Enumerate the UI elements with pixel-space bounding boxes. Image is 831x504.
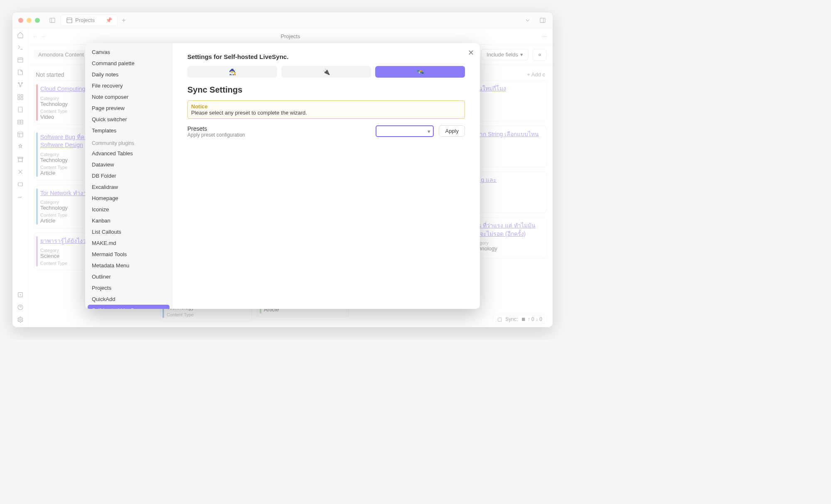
settings-title: Settings for Self-hosted LiveSync. — [187, 53, 465, 60]
settings-content: ✕ Settings for Self-hosted LiveSync. 🧙‍♂… — [172, 43, 480, 309]
settings-item[interactable]: Page preview — [88, 103, 170, 114]
settings-item[interactable]: Excalidraw — [88, 181, 170, 193]
section-label: Community plugins — [88, 136, 170, 148]
app-window: Projects 📌 + — [12, 12, 553, 327]
settings-item[interactable]: QuickAdd — [88, 294, 170, 305]
settings-item[interactable]: MAKE.md — [88, 237, 170, 249]
wizard-tab[interactable]: 🧙‍♂️ — [187, 66, 277, 78]
apply-button[interactable]: Apply — [439, 125, 465, 137]
settings-item[interactable]: DB Folder — [88, 170, 170, 181]
settings-item[interactable]: Metadata Menu — [88, 260, 170, 271]
settings-item[interactable]: Templates — [88, 125, 170, 136]
settings-item[interactable]: Self-hosted LiveSync — [88, 305, 170, 309]
section-heading: Sync Settings — [187, 85, 465, 95]
settings-item[interactable]: Projects — [88, 282, 170, 294]
settings-item[interactable]: Command palette — [88, 58, 170, 69]
plugin-tab[interactable]: 🔌 — [281, 66, 371, 78]
presets-select[interactable]: ▾ — [376, 125, 434, 137]
settings-item[interactable]: Mermaid Tools — [88, 249, 170, 260]
settings-item[interactable]: Outliner — [88, 271, 170, 282]
settings-item[interactable]: Note composer — [88, 91, 170, 103]
settings-item[interactable]: Iconize — [88, 204, 170, 215]
notice-box: Notice Please select any preset to compl… — [187, 100, 465, 119]
settings-item[interactable]: Canvas — [88, 46, 170, 58]
settings-item[interactable]: File recovery — [88, 80, 170, 91]
settings-tabs: 🧙‍♂️ 🔌 🛰️ — [187, 66, 465, 78]
settings-item[interactable]: Kanban — [88, 215, 170, 226]
settings-modal: CanvasCommand paletteDaily notesFile rec… — [85, 43, 480, 309]
settings-item[interactable]: Advanced Tables — [88, 148, 170, 159]
sync-tab[interactable]: 🛰️ — [375, 66, 465, 78]
settings-sidebar: CanvasCommand paletteDaily notesFile rec… — [85, 43, 172, 309]
settings-item[interactable]: Daily notes — [88, 69, 170, 80]
settings-item[interactable]: List Callouts — [88, 226, 170, 237]
settings-item[interactable]: Dataview — [88, 159, 170, 170]
presets-row: Presets Apply preset configuration ▾ App… — [187, 125, 465, 138]
settings-item[interactable]: Homepage — [88, 193, 170, 204]
close-icon[interactable]: ✕ — [468, 48, 474, 57]
settings-item[interactable]: Quick switcher — [88, 114, 170, 125]
